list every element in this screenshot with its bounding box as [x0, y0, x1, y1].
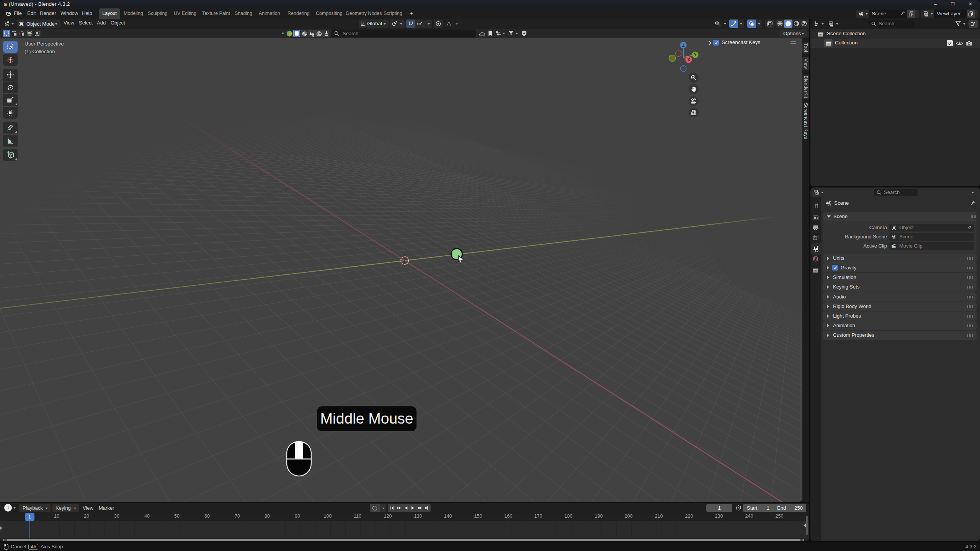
- svg-text:Z: Z: [682, 43, 684, 47]
- svg-text:X: X: [688, 58, 690, 62]
- svg-text:Y: Y: [694, 53, 697, 57]
